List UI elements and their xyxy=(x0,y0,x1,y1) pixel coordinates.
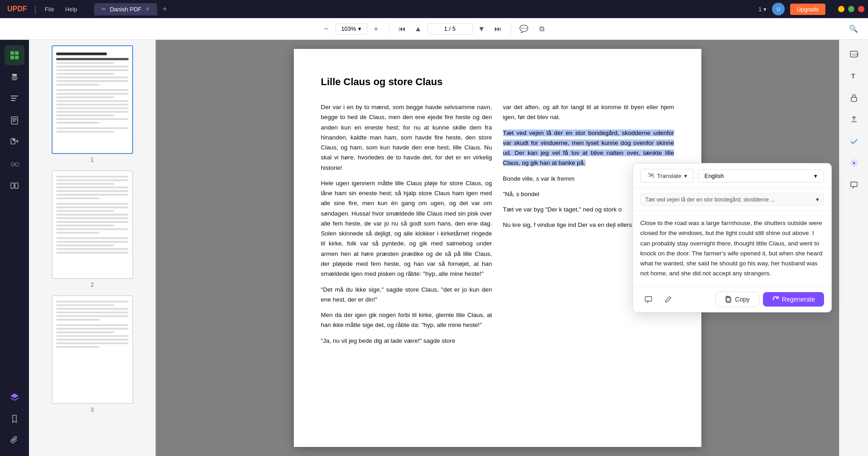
pdf-col2-highlighted: Tæt ved vejen lå der en stor bondegård, … xyxy=(503,128,674,168)
split-view-button[interactable]: ⧉ xyxy=(535,22,549,36)
titlebar-menu: File Help xyxy=(40,4,82,14)
sidebar-icon-stamp[interactable] xyxy=(5,67,24,87)
right-icon-export[interactable] xyxy=(845,110,863,129)
pdf-para-5: "Ja, nu vil jeg bede dig at lade være!" … xyxy=(321,336,492,346)
thumbnail-num-1: 1 xyxy=(91,157,94,163)
svg-rect-6 xyxy=(11,100,15,101)
svg-point-20 xyxy=(853,162,855,164)
thumbnail-3[interactable]: 3 xyxy=(34,295,150,413)
close-button[interactable] xyxy=(858,6,864,12)
svg-rect-3 xyxy=(15,56,19,59)
copy-button[interactable]: Copy xyxy=(715,292,759,307)
svg-rect-14 xyxy=(11,183,14,188)
pdf-col2-p1: var det aften, og alt for langt til at k… xyxy=(503,102,674,123)
svg-rect-9 xyxy=(12,120,17,120)
toolbar: − 103% ▾ + ⏮ ▲ ▼ ⏭ 💬 ⧉ 🔍 xyxy=(0,18,868,40)
translation-header: Translate ▾ English ▾ xyxy=(633,163,831,188)
translate-mode-button[interactable]: Translate ▾ xyxy=(640,169,694,182)
window-controls xyxy=(838,6,864,12)
right-icon-text[interactable]: T xyxy=(845,67,863,85)
tab-bar: ✏ Danish PDF ✕ + xyxy=(94,3,171,15)
right-icon-lock[interactable] xyxy=(845,89,863,107)
source-text-box: Tæt ved vejen lå der en stor bondegård, … xyxy=(633,188,831,211)
svg-rect-15 xyxy=(15,183,18,188)
sidebar-icon-compare[interactable] xyxy=(5,176,24,196)
svg-rect-12 xyxy=(13,139,15,141)
avatar: U xyxy=(772,3,785,15)
sidebar-icon-thumbnails[interactable] xyxy=(5,45,24,65)
prev-page-button[interactable]: ▲ xyxy=(411,22,426,36)
language-select[interactable]: English ▾ xyxy=(698,169,824,182)
sidebar-icon-attachment[interactable] xyxy=(5,431,24,451)
page-input[interactable] xyxy=(427,23,473,34)
thumbnail-img-1 xyxy=(52,45,133,154)
comment-button[interactable]: 💬 xyxy=(517,22,531,36)
zoom-controls: − 103% ▾ + xyxy=(319,22,384,36)
right-icon-ai[interactable] xyxy=(845,154,863,172)
page-navigation: ⏮ ▲ ▼ ⏭ xyxy=(395,22,505,36)
minimize-button[interactable] xyxy=(838,6,844,12)
upgrade-button[interactable]: Upgrade xyxy=(790,4,825,15)
toolbar-separator-2 xyxy=(511,24,511,34)
thumbnail-2[interactable]: 2 xyxy=(34,170,150,288)
thumbnail-img-3 xyxy=(52,295,133,404)
pen-icon-button[interactable] xyxy=(660,291,676,307)
add-tab-button[interactable]: + xyxy=(159,5,171,14)
toolbar-separator xyxy=(389,24,389,34)
regenerate-button[interactable]: Regenerate xyxy=(763,292,824,307)
sidebar-icon-bookmark[interactable] xyxy=(5,409,24,429)
page-indicator: 1 ▾ xyxy=(758,6,767,13)
sidebar-icon-pages[interactable] xyxy=(5,110,24,130)
sidebar-icon-layers[interactable] xyxy=(5,387,24,407)
menu-file[interactable]: File xyxy=(40,4,59,14)
right-sidebar: OCR T xyxy=(839,40,868,456)
svg-rect-19 xyxy=(851,97,857,101)
svg-text:OCR: OCR xyxy=(852,53,858,56)
titlebar: UPDF | File Help ✏ Danish PDF ✕ + 1 ▾ U … xyxy=(0,0,868,18)
svg-rect-1 xyxy=(15,51,19,55)
sidebar-icon-ocr[interactable]: OCR xyxy=(5,154,24,174)
tab-close[interactable]: ✕ xyxy=(145,6,150,12)
right-icon-comment[interactable] xyxy=(845,176,863,194)
translation-popup: Translate ▾ English ▾ Tæt ved vejen lå d… xyxy=(633,163,832,312)
translation-footer: Copy Regenerate xyxy=(633,287,831,312)
maximize-button[interactable] xyxy=(848,6,854,12)
svg-text:T: T xyxy=(851,72,855,80)
sidebar-icon-comment[interactable] xyxy=(5,89,24,109)
svg-rect-10 xyxy=(12,121,15,122)
toolbar-right: 🔍 xyxy=(846,22,861,36)
menu-help[interactable]: Help xyxy=(61,4,82,14)
svg-rect-8 xyxy=(12,118,17,119)
svg-rect-0 xyxy=(10,51,14,55)
svg-rect-5 xyxy=(11,98,16,99)
svg-rect-7 xyxy=(11,117,18,124)
tab-danish-pdf[interactable]: ✏ Danish PDF ✕ xyxy=(94,3,157,15)
search-button[interactable]: 🔍 xyxy=(846,22,861,36)
thumbnail-num-2: 2 xyxy=(91,282,94,288)
pdf-para-2: Hele ugen igennem måtte lille Claus pløj… xyxy=(321,178,492,279)
thumbnail-num-3: 3 xyxy=(91,407,94,413)
pdf-title: Lille Claus og store Claus xyxy=(321,76,674,88)
sidebar-icon-export[interactable] xyxy=(5,132,24,152)
source-text-value: Tæt ved vejen lå der en stor bondegård, … xyxy=(645,197,775,203)
pdf-para-4: Men da der igen gik nogen forbi til kirk… xyxy=(321,310,492,331)
translation-result: Close to the road was a large farmhouse,… xyxy=(633,211,831,287)
source-text-display: Tæt ved vejen lå der en stor bondegård, … xyxy=(640,193,824,206)
zoom-display[interactable]: 103% ▾ xyxy=(336,23,367,34)
thumbnail-1[interactable]: 1 xyxy=(34,45,150,163)
first-page-button[interactable]: ⏮ xyxy=(395,22,409,36)
next-page-button[interactable]: ▼ xyxy=(475,22,489,36)
right-icon-check[interactable] xyxy=(845,132,863,150)
pdf-column-left: Der var i en by to mænd, som begge havde… xyxy=(321,102,492,351)
svg-text:OCR: OCR xyxy=(11,162,19,167)
highlighted-text: Tæt ved vejen lå der en stor bondegård, … xyxy=(503,130,674,167)
app-logo: UPDF xyxy=(4,5,31,13)
zoom-out-button[interactable]: − xyxy=(319,22,334,36)
left-sidebar: OCR xyxy=(0,40,29,456)
right-icon-ocr[interactable]: OCR xyxy=(845,45,863,63)
thumbnail-panel: 1 xyxy=(29,40,156,456)
comment-icon-button[interactable] xyxy=(640,291,657,307)
last-page-button[interactable]: ⏭ xyxy=(491,22,505,36)
zoom-in-button[interactable]: + xyxy=(369,22,384,36)
svg-rect-4 xyxy=(11,96,18,96)
